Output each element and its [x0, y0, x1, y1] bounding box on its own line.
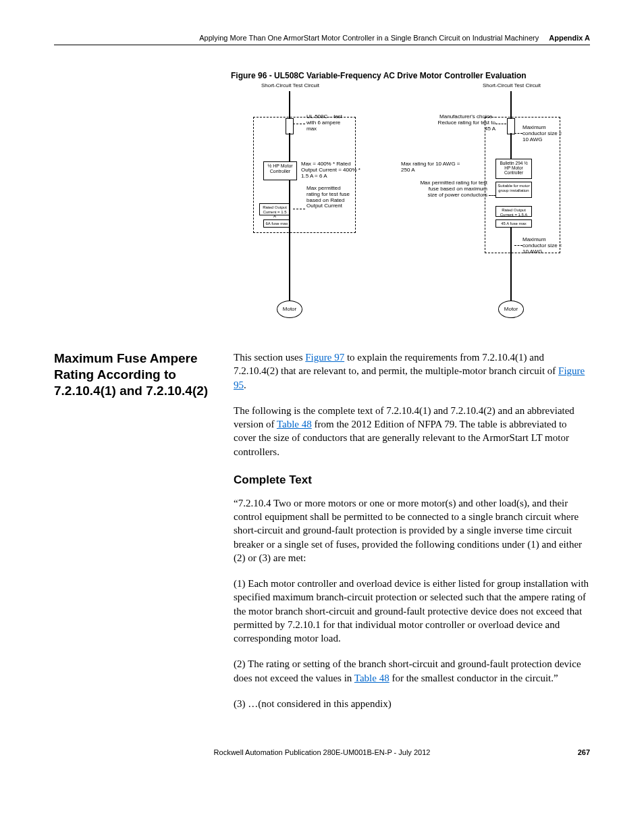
- figure-diagram: Short-Circuit Test Circuit UL 508C – tes…: [231, 80, 568, 323]
- text: This section uses: [234, 352, 305, 363]
- motor-icon: Motor: [277, 301, 302, 318]
- quote-item-1: (1) Each motor controller and overload d…: [234, 577, 590, 645]
- wire: [510, 228, 512, 302]
- quote-item-2: (2) The rating or setting of the branch …: [234, 657, 590, 685]
- running-header: Applying More Than One ArmorStart Motor …: [54, 34, 590, 45]
- figure-96: Figure 96 - UL508C Variable-Frequency AC…: [231, 71, 590, 323]
- motor-icon: Motor: [498, 301, 524, 318]
- rated-output-r: Rated Output Current = 1.5 A: [495, 206, 532, 217]
- rated-output: Rated Output Current = 1.5 A: [259, 203, 290, 215]
- quote-item-3: (3) …(not considered in this appendix): [234, 697, 590, 710]
- para-2: The following is the complete text of 7.…: [234, 404, 590, 459]
- page-number: 267: [578, 748, 590, 756]
- page-footer: Rockwell Automation Publication 280E-UM0…: [54, 748, 590, 756]
- subheading-complete-text: Complete Text: [234, 473, 590, 487]
- left-top-label: Short-Circuit Test Circuit: [250, 83, 331, 89]
- permitted: Max permitted rating for test fuse based…: [306, 186, 354, 209]
- right-top-label: Short-Circuit Test Circuit: [471, 83, 552, 89]
- controller-box: ½ HP Motor Controller: [263, 161, 297, 180]
- running-title: Applying More Than One ArmorStart Motor …: [199, 34, 539, 42]
- wire: [289, 180, 290, 302]
- link-table-48[interactable]: Table 48: [277, 419, 312, 429]
- quote-intro: “7.2.10.4 Two or more motors or one or m…: [234, 496, 590, 565]
- wire: [510, 91, 512, 120]
- max-10awg: Max rating for 10 AWG = 250 A: [401, 161, 463, 174]
- publication-id: Rockwell Automation Publication 280E-UM0…: [214, 748, 431, 756]
- link-figure-97[interactable]: Figure 97: [305, 352, 344, 363]
- dash: [514, 245, 522, 246]
- para-1: This section uses Figure 97 to explain t…: [234, 350, 590, 392]
- fuse-max: 6A fuse max: [263, 219, 290, 228]
- max-calc: Max = 400% * Rated Output Current = 400%…: [301, 161, 363, 179]
- dash: [489, 195, 495, 196]
- section-heading: Maximum Fuse Ampere Rating According to …: [54, 350, 213, 398]
- permitted-r: Max permitted rating for test fuse based…: [420, 180, 487, 198]
- text: .: [244, 380, 246, 390]
- controller-box-r: Bulletin 294 ½ HP Motor Controller: [495, 159, 532, 179]
- text: for the smallest conductor in the circui…: [390, 673, 558, 683]
- link-table-48-b[interactable]: Table 48: [354, 673, 390, 683]
- fuse-max-r: 45 A fuse max: [495, 219, 532, 228]
- appendix-label: Appendix A: [549, 34, 590, 42]
- dash: [293, 209, 305, 209]
- figure-caption: Figure 96 - UL508C Variable-Frequency AC…: [231, 71, 590, 80]
- wire: [289, 91, 290, 120]
- suitable-box: Suitable for motor group installation: [495, 182, 532, 198]
- section-block: Maximum Fuse Ampere Rating According to …: [54, 350, 590, 723]
- max-cond2: Maximum conductor size = 10 AWG: [522, 237, 563, 255]
